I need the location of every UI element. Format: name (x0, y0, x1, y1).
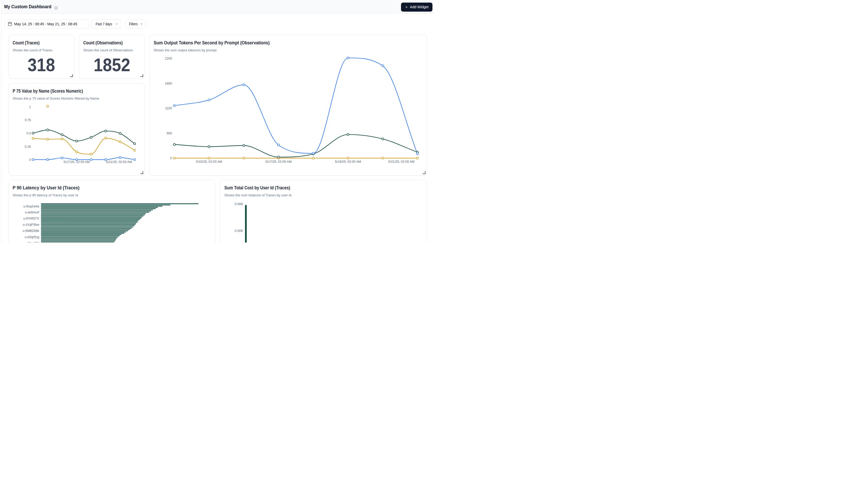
svg-text:0.008: 0.008 (235, 202, 243, 206)
svg-text:5/21/25, 02:00 AM: 5/21/25, 02:00 AM (106, 160, 132, 164)
svg-text:1100: 1100 (165, 107, 172, 110)
svg-text:0.25: 0.25 (25, 145, 31, 149)
svg-text:u-zVqP3hw: u-zVqP3hw (23, 223, 39, 226)
svg-text:5/17/25, 02:00 AM: 5/17/25, 02:00 AM (265, 160, 291, 163)
svg-text:0.006: 0.006 (235, 229, 243, 233)
svg-text:u-8fVa9T3: u-8fVa9T3 (25, 241, 39, 243)
svg-text:1650: 1650 (165, 82, 172, 85)
svg-text:u-8sq2w4a: u-8sq2w4a (24, 205, 39, 208)
svg-text:5/15/25, 02:00 AM: 5/15/25, 02:00 AM (196, 160, 222, 163)
svg-text:u-aobnuxf: u-aobnuxf (25, 211, 39, 214)
svg-text:0.75: 0.75 (25, 118, 31, 122)
svg-text:u-5M8D56k: u-5M8D56k (23, 229, 39, 233)
svg-text:u-d3qr5cg: u-d3qr5cg (25, 235, 39, 239)
svg-text:550: 550 (166, 131, 172, 135)
svg-text:2200: 2200 (165, 57, 172, 60)
svg-text:5/21/25, 02:00 AM: 5/21/25, 02:00 AM (389, 160, 414, 163)
svg-text:0: 0 (29, 158, 31, 162)
svg-text:1: 1 (29, 105, 31, 109)
svg-text:5/19/25, 02:00 AM: 5/19/25, 02:00 AM (335, 160, 361, 163)
svg-text:u-tFAR5TX: u-tFAR5TX (23, 217, 39, 220)
svg-text:0: 0 (170, 156, 172, 160)
svg-text:0.5: 0.5 (27, 131, 31, 135)
